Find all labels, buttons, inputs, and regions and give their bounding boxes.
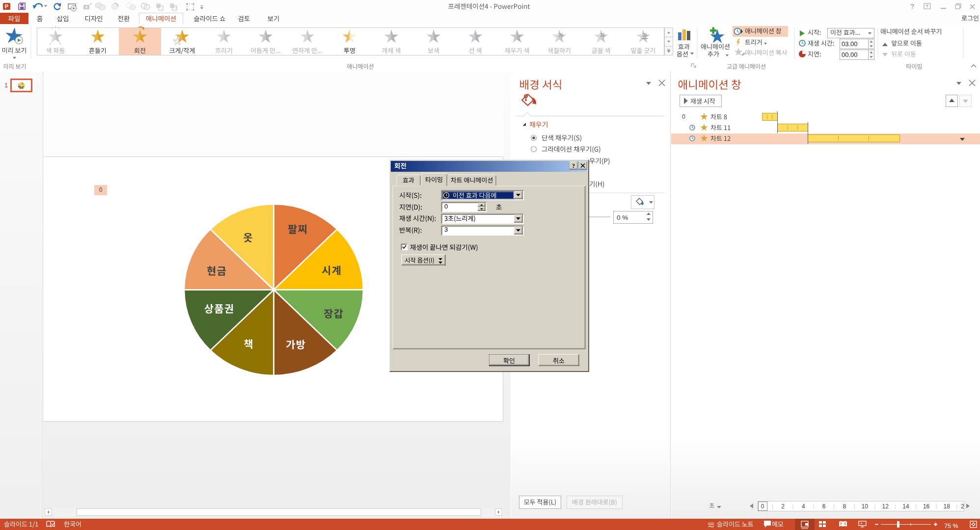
svg-text:P: P bbox=[5, 3, 8, 9]
svg-text:?: ? bbox=[572, 162, 575, 169]
svg-text:?: ? bbox=[910, 2, 914, 10]
svg-text:2: 2 bbox=[961, 503, 964, 510]
